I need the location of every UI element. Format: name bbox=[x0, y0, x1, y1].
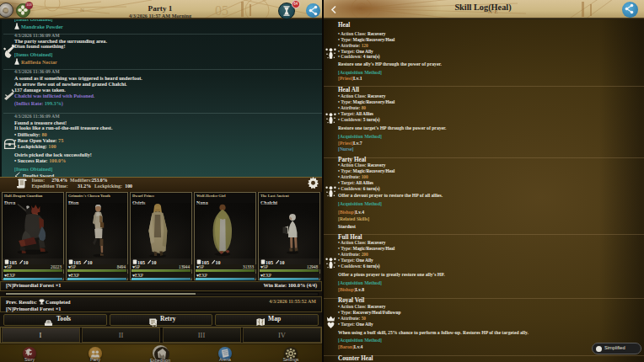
svg-text:N: N bbox=[80, 7, 84, 13]
